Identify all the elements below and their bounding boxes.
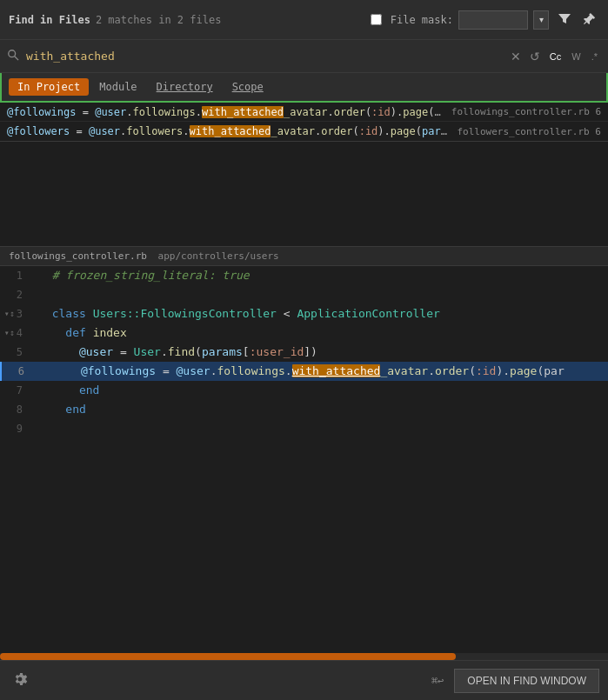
search-row: ✕ ↺ Cc W .* <box>0 40 608 73</box>
svg-point-0 <box>9 50 16 57</box>
search-icon <box>7 49 19 63</box>
tab-directory[interactable]: Directory <box>148 78 222 96</box>
settings-button[interactable] <box>9 668 31 694</box>
tab-scope[interactable]: Scope <box>224 78 272 96</box>
code-line-8: 8 end <box>0 400 608 419</box>
line-content-2 <box>31 285 608 304</box>
code-line-4: ▾↕4 def index <box>0 323 608 343</box>
empty-space <box>0 142 608 246</box>
result-row[interactable]: @followers = @user.followers.with_attach… <box>0 122 608 141</box>
svg-line-1 <box>15 57 18 60</box>
scope-tabs-border: In Project Module Directory Scope <box>0 73 608 103</box>
line-content-6: @followings = @user.followings.with_atta… <box>33 362 608 381</box>
line-number-5: 5 <box>0 343 31 362</box>
line-number-4: ▾↕4 <box>0 323 31 343</box>
pin-icon <box>584 12 596 24</box>
file-mask-checkbox[interactable] <box>371 14 382 25</box>
pin-button[interactable] <box>580 10 599 29</box>
scope-tabs-bar: In Project Module Directory Scope <box>2 73 606 101</box>
line-number-9: 9 <box>0 419 31 438</box>
match-count: 2 matches in 2 files <box>96 14 222 26</box>
line-content-7: end <box>31 381 608 400</box>
line-content-1: # frozen_string_literal: true <box>31 266 608 285</box>
line-number-7: 7 <box>0 381 31 400</box>
line-content-5: @user = User.find(params[:user_id]) <box>31 343 608 362</box>
bottom-right: ⌘↩ OPEN IN FIND WINDOW <box>431 669 599 693</box>
search-input[interactable] <box>26 50 504 63</box>
line-number-3: ▾↕3 <box>0 304 31 323</box>
filter-icon <box>558 11 571 25</box>
fold-icon-3[interactable]: ▾↕ <box>4 304 15 323</box>
whole-word-button[interactable]: W <box>568 50 584 63</box>
file-path-bar: followings_controller.rb app/controllers… <box>0 246 608 266</box>
line-content-4: def index <box>31 323 608 343</box>
filter-button[interactable] <box>554 10 575 30</box>
bottom-bar: ⌘↩ OPEN IN FIND WINDOW <box>0 660 608 700</box>
code-line-2: 2 <box>0 285 608 304</box>
line-content-3: class Users::FollowingsController < Appl… <box>31 304 608 323</box>
scroll-thumb[interactable] <box>0 653 456 660</box>
regex-button[interactable]: .* <box>588 50 601 63</box>
line-number-6: 6 <box>2 362 33 381</box>
code-filename: followings_controller.rb <box>9 250 147 262</box>
code-line-5: 5 @user = User.find(params[:user_id]) <box>0 343 608 362</box>
code-line-1: 1 # frozen_string_literal: true <box>0 266 608 285</box>
keyboard-shortcut: ⌘↩ <box>431 675 444 687</box>
horizontal-scrollbar[interactable] <box>0 653 608 660</box>
fold-icon-4[interactable]: ▾↕ <box>4 323 15 343</box>
search-clear-button[interactable]: ✕ <box>508 50 524 63</box>
settings-icon <box>12 671 28 687</box>
code-line-3: ▾↕3 class Users::FollowingsController < … <box>0 304 608 323</box>
panel-title: Find in Files <box>9 14 90 26</box>
file-mask-chevron[interactable]: ▾ <box>533 10 549 30</box>
code-line-7: 7 end <box>0 381 608 400</box>
result-row[interactable]: @followings = @user.followings.with_atta… <box>0 103 608 122</box>
line-content-9 <box>31 419 608 438</box>
case-sensitive-button[interactable]: Cc <box>546 50 565 63</box>
header-bar: Find in Files 2 matches in 2 files File … <box>0 0 608 40</box>
result-code: @followings = @user.followings.with_atta… <box>7 106 444 118</box>
tab-in-project[interactable]: In Project <box>9 78 89 96</box>
line-number-1: 1 <box>0 266 31 285</box>
code-path: app/controllers/users <box>158 250 279 262</box>
result-code: @followers = @user.followers.with_attach… <box>7 125 450 137</box>
result-filename: followers_controller.rb 6 <box>457 126 601 137</box>
line-number-2: 2 <box>0 285 31 304</box>
line-number-8: 8 <box>0 400 31 419</box>
code-line-9: 9 <box>0 419 608 438</box>
header-right: File mask: ▾ <box>371 10 599 30</box>
search-refresh-button[interactable]: ↺ <box>527 50 543 63</box>
results-area: @followings = @user.followings.with_atta… <box>0 103 608 142</box>
open-in-find-window-button[interactable]: OPEN IN FIND WINDOW <box>454 669 599 693</box>
code-view: 1 # frozen_string_literal: true 2 ▾↕3 cl… <box>0 266 608 438</box>
result-filename: followings_controller.rb 6 <box>451 106 601 117</box>
open-find-label: OPEN IN FIND WINDOW <box>467 675 586 687</box>
code-line-6: 6 @followings = @user.followings.with_at… <box>0 362 608 381</box>
tab-module[interactable]: Module <box>90 78 145 96</box>
file-mask-label: File mask: <box>391 14 453 26</box>
line-content-8: end <box>31 400 608 419</box>
file-mask-input[interactable] <box>458 10 528 30</box>
